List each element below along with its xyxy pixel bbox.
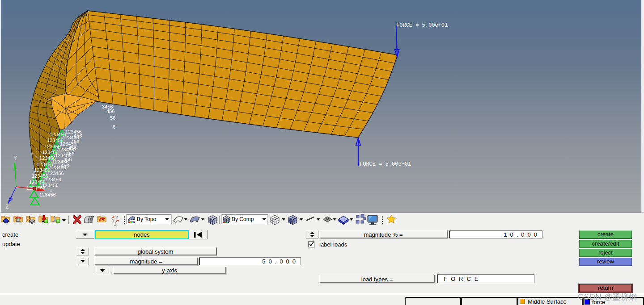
svg-text:123456: 123456 [39, 192, 56, 197]
svg-text:Z: Z [5, 204, 8, 210]
svg-text:Y: Y [13, 155, 17, 161]
svg-text:FORCE = 5.00e+01: FORCE = 5.00e+01 [360, 161, 411, 167]
svg-text:FORCE = 5.00e+01: FORCE = 5.00e+01 [396, 22, 448, 29]
svg-text:By Comp: By Comp [232, 216, 254, 222]
svg-text:123456: 123456 [47, 171, 64, 176]
svg-text:By Topo: By Topo [137, 216, 156, 222]
svg-text:3456: 3456 [102, 104, 113, 109]
svg-text:2: 2 [115, 215, 118, 220]
svg-text:123456: 123456 [50, 165, 66, 170]
svg-text:t: t [29, 215, 30, 220]
svg-text:3: 3 [114, 222, 117, 227]
svg-text:6: 6 [113, 124, 115, 130]
svg-text:X: X [49, 188, 53, 194]
svg-text:123456: 123456 [45, 177, 61, 182]
svg-text:56: 56 [110, 115, 115, 121]
